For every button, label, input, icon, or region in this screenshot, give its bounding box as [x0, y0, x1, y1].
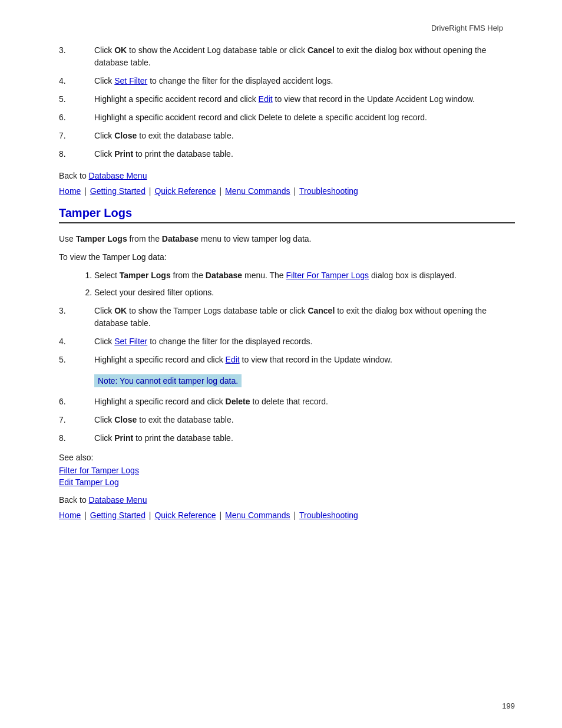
tamper-step-content-4: Click Set Filter to change the filter fo… [94, 335, 515, 348]
set-filter-link-tamper[interactable]: Set Filter [114, 337, 147, 346]
tamper-step-content-6: Highlight a specific record and click De… [94, 396, 515, 408]
menu-commands-link-bottom[interactable]: Menu Commands [225, 510, 290, 520]
tamper-step-content-3: Click OK to show the Tamper Logs databas… [94, 305, 515, 330]
step-4-top: 4. Click Set Filter to change the filter… [59, 75, 515, 87]
tamper-logs-section: Tamper Logs Use Tamper Logs from the Dat… [59, 206, 515, 520]
filter-tamper-logs-see-also-link[interactable]: Filter for Tamper Logs [59, 466, 515, 475]
step-num-6-top: 6. [59, 111, 94, 124]
getting-started-link-bottom[interactable]: Getting Started [90, 510, 146, 520]
quick-reference-link-bottom[interactable]: Quick Reference [154, 510, 216, 520]
filter-tamper-logs-link[interactable]: Filter For Tamper Logs [286, 271, 369, 280]
tamper-step-7: 7. Click Close to exit the database tabl… [59, 414, 515, 426]
tamper-intro1: Use Tamper Logs from the Database menu t… [59, 233, 515, 245]
tamper-step-num-5: 5. [59, 354, 94, 366]
nav-links-bottom: Home | Getting Started | Quick Reference… [59, 510, 515, 520]
tamper-step-num-6: 6. [59, 396, 94, 408]
tamper-ordered-list: Select Tamper Logs from the Database men… [94, 269, 515, 299]
step-content-3-top: Click OK to show the Accident Log databa… [94, 44, 515, 69]
step-content-8-top: Click Print to print the database table. [94, 148, 515, 160]
step-8-top: 8. Click Print to print the database tab… [59, 148, 515, 160]
tamper-step-5: 5. Highlight a specific record and click… [59, 354, 515, 366]
edit-link-top[interactable]: Edit [259, 94, 273, 104]
tamper-step-8: 8. Click Print to print the database tab… [59, 432, 515, 444]
tamper-note: Note: You cannot edit tamper log data. [94, 374, 242, 387]
note-block: Note: You cannot edit tamper log data. [59, 372, 515, 390]
step-content-4-top: Click Set Filter to change the filter fo… [94, 75, 515, 87]
tamper-logs-title: Tamper Logs [59, 206, 515, 223]
step-content-6-top: Highlight a specific accident record and… [94, 111, 515, 124]
top-steps-section: 3. Click OK to show the Accident Log dat… [59, 44, 515, 160]
tamper-step-content-5: Highlight a specific record and click Ed… [94, 354, 515, 366]
page-number: 199 [502, 701, 515, 710]
step-7-top: 7. Click Close to exit the database tabl… [59, 130, 515, 142]
tamper-list-item-2: Select your desired filter options. [94, 286, 515, 299]
tamper-step-num-8: 8. [59, 432, 94, 444]
tamper-step-num-4: 4. [59, 335, 94, 348]
database-menu-link-top[interactable]: Database Menu [89, 171, 147, 180]
see-also-label: See also: [59, 453, 515, 462]
step-content-5-top: Highlight a specific accident record and… [94, 93, 515, 106]
quick-reference-link-top[interactable]: Quick Reference [154, 186, 216, 196]
step-num-5-top: 5. [59, 93, 94, 106]
step-num-3-top: 3. [59, 44, 94, 69]
step-num-8-top: 8. [59, 148, 94, 160]
app-title: DriveRight FMS Help [59, 24, 515, 32]
tamper-list-item-1: Select Tamper Logs from the Database men… [94, 269, 515, 282]
step-6-top: 6. Highlight a specific accident record … [59, 111, 515, 124]
tamper-step-3: 3. Click OK to show the Tamper Logs data… [59, 305, 515, 330]
tamper-step-4: 4. Click Set Filter to change the filter… [59, 335, 515, 348]
tamper-step-num-3: 3. [59, 305, 94, 330]
home-link-top[interactable]: Home [59, 186, 81, 196]
getting-started-link-top[interactable]: Getting Started [90, 186, 146, 196]
edit-tamper-log-see-also-link[interactable]: Edit Tamper Log [59, 477, 515, 487]
home-link-bottom[interactable]: Home [59, 510, 81, 520]
set-filter-link-top[interactable]: Set Filter [114, 76, 147, 85]
back-to-top: Back to Database Menu [59, 171, 515, 180]
database-menu-link-tamper[interactable]: Database Menu [89, 495, 147, 505]
menu-commands-link-top[interactable]: Menu Commands [225, 186, 290, 196]
step-num-4-top: 4. [59, 75, 94, 87]
troubleshooting-link-bottom[interactable]: Troubleshooting [299, 510, 358, 520]
back-to-tamper: Back to Database Menu [59, 495, 515, 505]
step-5-top: 5. Highlight a specific accident record … [59, 93, 515, 106]
nav-links-top: Home | Getting Started | Quick Reference… [59, 186, 515, 196]
step-content-7-top: Click Close to exit the database table. [94, 130, 515, 142]
edit-link-tamper[interactable]: Edit [226, 355, 240, 364]
tamper-intro2: To view the Tamper Log data: [59, 251, 515, 263]
step-3-top: 3. Click OK to show the Accident Log dat… [59, 44, 515, 69]
tamper-step-content-8: Click Print to print the database table. [94, 432, 515, 444]
tamper-step-6: 6. Highlight a specific record and click… [59, 396, 515, 408]
tamper-step-content-7: Click Close to exit the database table. [94, 414, 515, 426]
tamper-step-num-7: 7. [59, 414, 94, 426]
troubleshooting-link-top[interactable]: Troubleshooting [299, 186, 358, 196]
step-num-7-top: 7. [59, 130, 94, 142]
